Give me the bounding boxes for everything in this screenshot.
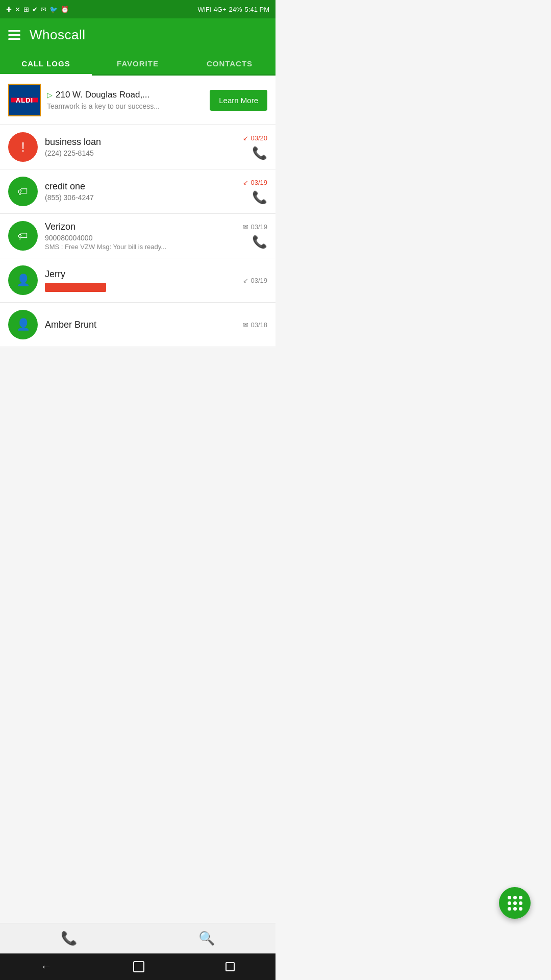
time-text: 5:41 PM [245,6,269,13]
learn-more-button[interactable]: Learn More [210,90,267,111]
call-right-credit-one: ↙ 03/19 📞 [232,179,267,205]
person-icon-amber: 👤 [16,318,30,331]
promo-logo: ALDI [8,84,41,116]
call-right-jerry: ↙ 03/19 [232,277,267,284]
tab-favorite[interactable]: FAVORITE [92,51,184,74]
x-icon: ✕ [15,6,20,13]
promo-tagline: Teamwork is a key to our success... [47,102,204,110]
plus-icon: ✚ [6,6,12,13]
call-list: ! business loan (224) 225-8145 ↙ 03/20 📞… [0,125,276,347]
jerry-bar [45,283,106,292]
call-number-business-loan: (224) 225-8145 [45,149,224,157]
missed-arrow-icon: ↙ [243,134,248,142]
app-bar: Whoscall [0,18,276,51]
call-name-business-loan: business loan [45,137,224,148]
phone-icon-business-loan[interactable]: 📞 [252,146,267,160]
phone-icon-verizon[interactable]: 📞 [252,235,267,249]
play-icon: ▷ [47,91,53,99]
tab-bar: CALL LOGS FAVORITE CONTACTS [0,51,276,76]
call-item-jerry[interactable]: 👤 Jerry ↙ 03/19 [0,258,276,303]
envelope-icon-amber: ✉ [243,321,248,329]
call-details-business-loan: business loan (224) 225-8145 [45,137,224,157]
wifi-icon: WiFi [198,6,211,13]
call-number-credit-one: (855) 306-4247 [45,193,224,202]
call-details-credit-one: credit one (855) 306-4247 [45,181,224,202]
call-name-credit-one: credit one [45,181,224,192]
grid-icon: ⊞ [23,6,29,13]
status-left-icons: ✚ ✕ ⊞ ✔ ✉ 🐦 ⏰ [6,6,69,13]
call-date-amber-brunt: ✉ 03/18 [243,321,267,329]
call-right-amber-brunt: ✉ 03/18 [232,321,267,329]
status-bar: ✚ ✕ ⊞ ✔ ✉ 🐦 ⏰ WiFi 4G+ 24% 5:41 PM [0,0,276,18]
call-item-amber-brunt[interactable]: 👤 Amber Brunt ✉ 03/18 [0,303,276,347]
avatar-jerry: 👤 [8,265,38,295]
missed-arrow-icon-2: ↙ [243,179,248,186]
menu-line-2 [8,34,20,36]
tag-icon-verizon: 🏷 [18,230,28,242]
network-icon: 4G+ [214,6,227,13]
call-name-amber-brunt: Amber Brunt [45,320,224,330]
status-right-icons: WiFi 4G+ 24% 5:41 PM [198,6,269,13]
phone-icon-credit-one[interactable]: 📞 [252,190,267,205]
avatar-verizon: 🏷 [8,221,38,251]
twitter-icon: 🐦 [49,6,58,13]
envelope-icon: ✉ [243,223,248,231]
call-item-business-loan[interactable]: ! business loan (224) 225-8145 ↙ 03/20 📞 [0,125,276,169]
promo-card: ALDI ▷ 210 W. Douglas Road,... Teamwork … [0,76,276,125]
call-right-verizon: ✉ 03/19 📞 [232,223,267,249]
warning-icon: ! [21,139,24,155]
call-details-jerry: Jerry [45,269,224,292]
call-item-verizon[interactable]: 🏷 Verizon 900080004000 SMS : Free VZW Ms… [0,214,276,258]
call-item-credit-one[interactable]: 🏷 credit one (855) 306-4247 ↙ 03/19 📞 [0,169,276,214]
call-date-business-loan: ↙ 03/20 [243,134,267,142]
tag-icon-credit-one: 🏷 [18,186,28,198]
promo-address: ▷ 210 W. Douglas Road,... [47,90,204,100]
call-details-amber-brunt: Amber Brunt [45,320,224,330]
tab-contacts[interactable]: CONTACTS [184,51,276,74]
app-title: Whoscall [30,27,85,43]
menu-line-3 [8,38,20,40]
incoming-arrow-icon: ↙ [243,277,248,284]
tab-call-logs[interactable]: CALL LOGS [0,51,92,74]
call-date-credit-one: ↙ 03/19 [243,179,267,186]
call-date-verizon: ✉ 03/19 [243,223,267,231]
mail-icon: ✉ [41,6,46,13]
call-details-verizon: Verizon 900080004000 SMS : Free VZW Msg:… [45,222,224,251]
menu-button[interactable] [8,30,20,40]
battery-text: 24% [229,6,242,13]
check-icon: ✔ [32,6,38,13]
avatar-amber-brunt: 👤 [8,310,38,339]
menu-line-1 [8,30,20,32]
call-name-verizon: Verizon [45,222,224,232]
call-right-business-loan: ↙ 03/20 📞 [232,134,267,160]
alarm-icon: ⏰ [61,6,69,13]
avatar-credit-one: 🏷 [8,177,38,206]
call-name-jerry: Jerry [45,269,224,280]
call-sms-verizon: SMS : Free VZW Msg: Your bill is ready..… [45,243,224,251]
person-icon-jerry: 👤 [16,274,30,287]
avatar-business-loan: ! [8,132,38,162]
call-number-verizon: 900080004000 [45,234,224,242]
aldi-logo: ALDI [9,85,40,115]
promo-info: ▷ 210 W. Douglas Road,... Teamwork is a … [47,90,204,110]
call-date-jerry: ↙ 03/19 [243,277,267,284]
